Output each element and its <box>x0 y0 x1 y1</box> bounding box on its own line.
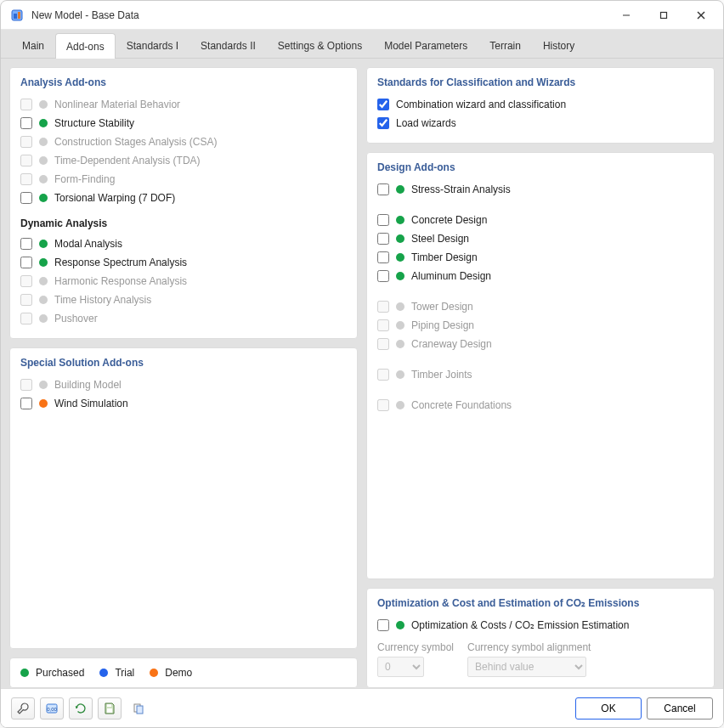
option-row: Structure Stability <box>20 114 347 133</box>
window-title: New Model - Base Data <box>31 9 608 21</box>
option-label: Structure Stability <box>54 117 134 129</box>
checkbox-structure-stability[interactable] <box>20 117 32 129</box>
toolbar-wrench-button[interactable] <box>11 697 35 720</box>
option-row: Craneway Design <box>377 335 704 353</box>
checkbox-time-dependent-analysis-tda- <box>20 155 32 166</box>
option-label: Time-Dependent Analysis (TDA) <box>54 155 201 166</box>
svg-rect-2 <box>18 12 20 19</box>
checkbox-steel-design[interactable] <box>377 233 389 245</box>
label-currency-symbol: Currency symbol <box>377 641 454 653</box>
option-label: Wind Simulation <box>54 398 128 409</box>
tab-history[interactable]: History <box>532 32 585 58</box>
status-dot-icon <box>396 216 404 224</box>
panel-standards: Standards for Classification and Wizards… <box>366 67 715 144</box>
option-row: Timber Joints <box>377 365 704 384</box>
tab-main[interactable]: Main <box>11 32 55 58</box>
tab-standards-ii[interactable]: Standards II <box>189 32 267 58</box>
toolbar-copy-button[interactable] <box>127 697 150 720</box>
panel-design-addons: Design Add-ons Stress-Strain AnalysisCon… <box>366 152 715 579</box>
checkbox-time-history-analysis <box>20 294 32 306</box>
checkbox-concrete-design[interactable] <box>377 214 389 226</box>
option-row: Harmonic Response Analysis <box>20 272 347 291</box>
status-dot-icon <box>396 340 404 348</box>
checkbox-aluminum-design[interactable] <box>377 270 389 282</box>
option-row: Time History Analysis <box>20 291 347 309</box>
window-maximize-button[interactable] <box>645 3 682 28</box>
toolbar-units-button[interactable]: 0,00 <box>40 697 64 720</box>
option-row: Building Model <box>20 375 347 394</box>
status-dot-icon <box>39 138 48 146</box>
panel-analysis-addons: Analysis Add-ons Nonlinear Material Beha… <box>9 67 358 339</box>
select-currency-alignment[interactable]: Behind value <box>467 657 586 677</box>
status-dot-icon <box>39 240 48 248</box>
checkbox-response-spectrum-analysis[interactable] <box>20 257 32 268</box>
checkbox-harmonic-response-analysis <box>20 275 32 287</box>
option-label: Construction Stages Analysis (CSA) <box>54 136 217 148</box>
option-row: Modal Analysis <box>20 234 347 253</box>
status-dot-icon <box>39 381 48 389</box>
checkbox-craneway-design <box>377 338 389 350</box>
window-close-button[interactable] <box>682 3 720 28</box>
svg-rect-1 <box>14 14 17 19</box>
status-dot-icon <box>39 399 48 408</box>
select-currency-symbol[interactable]: 0 <box>377 657 424 677</box>
svg-marker-9 <box>76 706 79 708</box>
tab-add-ons[interactable]: Add-ons <box>55 33 116 59</box>
checkbox-load-wizards[interactable] <box>377 117 389 129</box>
svg-text:0,00: 0,00 <box>47 707 57 712</box>
option-row: Stress-Strain Analysis <box>377 180 704 199</box>
status-dot-icon <box>396 253 404 262</box>
label-currency-alignment: Currency symbol alignment <box>467 641 591 653</box>
option-label: Torsional Warping (7 DOF) <box>54 192 175 204</box>
option-row: Time-Dependent Analysis (TDA) <box>20 151 347 170</box>
status-dot-icon <box>39 156 48 165</box>
option-row: Concrete Foundations <box>377 396 704 415</box>
option-label: Load wizards <box>396 117 456 129</box>
checkbox-modal-analysis[interactable] <box>20 238 32 250</box>
status-dot-icon <box>39 100 48 109</box>
option-label: Piping Design <box>411 319 474 331</box>
option-label: Pushover <box>54 313 98 324</box>
legend-purchased: Purchased <box>36 667 84 679</box>
svg-rect-10 <box>107 704 111 707</box>
panel-title: Analysis Add-ons <box>20 76 347 88</box>
checkbox-torsional-warping-7-dof-[interactable] <box>20 192 32 204</box>
tab-settings-options[interactable]: Settings & Options <box>267 32 373 58</box>
subheading-dynamic: Dynamic Analysis <box>20 217 347 229</box>
tab-terrain[interactable]: Terrain <box>478 32 532 58</box>
option-row: Nonlinear Material Behavior <box>20 95 347 114</box>
dot-demo-icon <box>150 669 158 677</box>
ok-button[interactable]: OK <box>575 697 642 720</box>
checkbox-combination-wizard-and-classification[interactable] <box>377 99 389 110</box>
checkbox-building-model <box>20 379 32 391</box>
status-dot-icon <box>396 272 404 280</box>
option-label: Craneway Design <box>411 338 492 350</box>
cancel-button[interactable]: Cancel <box>647 697 713 720</box>
status-dot-icon <box>39 194 48 202</box>
option-row: Timber Design <box>377 248 704 267</box>
tab-model-parameters[interactable]: Model Parameters <box>373 32 478 58</box>
tab-standards-i[interactable]: Standards I <box>116 32 189 58</box>
toolbar-refresh-button[interactable] <box>69 697 93 720</box>
window-minimize-button[interactable] <box>608 3 645 28</box>
legend-panel: Purchased Trial Demo <box>9 657 358 688</box>
option-label: Tower Design <box>411 301 473 313</box>
status-dot-icon <box>396 302 404 311</box>
option-row: Steel Design <box>377 229 704 248</box>
svg-rect-13 <box>137 706 143 714</box>
checkbox-wind-simulation[interactable] <box>20 398 32 409</box>
status-dot-icon <box>396 370 404 379</box>
status-dot-icon <box>396 321 404 330</box>
option-label: Building Model <box>54 379 122 391</box>
checkbox-timber-design[interactable] <box>377 251 389 263</box>
panel-title: Special Solution Add-ons <box>20 357 347 369</box>
option-label: Steel Design <box>411 233 469 245</box>
checkbox-tower-design <box>377 301 389 313</box>
checkbox-optimization[interactable] <box>377 619 389 631</box>
status-dot-icon <box>39 277 48 285</box>
checkbox-stress-strain-analysis[interactable] <box>377 183 389 195</box>
option-row: Response Spectrum Analysis <box>20 253 347 272</box>
panel-special-addons: Special Solution Add-ons Building ModelW… <box>9 347 358 649</box>
toolbar-save-button[interactable] <box>98 697 122 720</box>
status-dot-icon <box>39 175 48 183</box>
